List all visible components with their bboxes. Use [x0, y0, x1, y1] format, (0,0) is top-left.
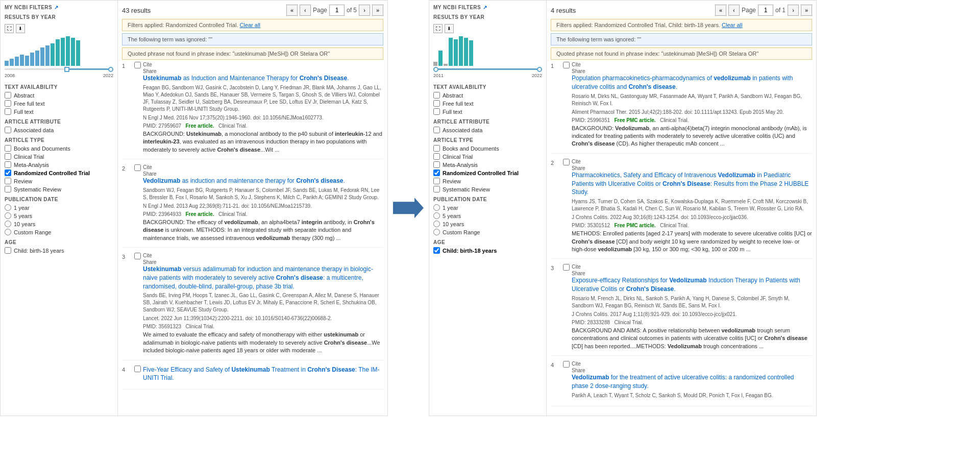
filter-sysreview-right: Systematic Review: [433, 186, 542, 192]
review-checkbox-left[interactable]: [5, 178, 11, 184]
right-slider-right[interactable]: [537, 67, 542, 72]
left-pag-first[interactable]: «: [286, 5, 298, 16]
chart-download-btn[interactable]: ⬇: [16, 24, 25, 33]
arrow-container: [388, 0, 429, 416]
external-link-icon[interactable]: ↗: [54, 5, 59, 10]
abstract-checkbox-left[interactable]: [5, 92, 11, 99]
free-full-checkbox-left[interactable]: [5, 100, 11, 107]
left-cite-2[interactable]: Cite: [143, 164, 152, 170]
left-article-1: 1 Cite Share Ustekinumab as Induction an…: [122, 62, 383, 159]
right-share-3[interactable]: Share: [572, 271, 585, 276]
right-article-3-title[interactable]: Exposure-efficacy Relationships for Vedo…: [572, 276, 812, 294]
right-cite-1[interactable]: Cite: [572, 62, 581, 67]
meta-checkbox-right[interactable]: [433, 161, 440, 168]
left-article-2-title[interactable]: Vedolizumab as induction and maintenance…: [143, 177, 383, 185]
full-checkbox-right[interactable]: [433, 108, 440, 115]
chart-expand-btn-right[interactable]: ⛶: [433, 24, 443, 33]
left-sidebar-title: MY NCBI FILTERS ↗: [5, 5, 113, 10]
sysreview-checkbox-left[interactable]: [5, 186, 11, 192]
filter-5yr-left: 5 years: [5, 212, 113, 219]
10yr-label-right: 10 years: [443, 221, 464, 227]
rct-checkbox-right[interactable]: [433, 170, 440, 176]
rct-checkbox-left[interactable]: [5, 170, 11, 176]
right-share-4[interactable]: Share: [572, 368, 585, 373]
assoc-data-checkbox-left[interactable]: [5, 127, 11, 133]
free-full-checkbox-right[interactable]: [433, 100, 440, 107]
right-cite-3[interactable]: Cite: [572, 264, 581, 270]
clinical-checkbox-right[interactable]: [433, 153, 440, 160]
abstract-checkbox-right[interactable]: [433, 92, 440, 99]
left-share-2[interactable]: Share: [143, 171, 157, 177]
right-chart-year-end: 2022: [532, 73, 542, 78]
left-pag-last[interactable]: »: [372, 5, 383, 16]
left-slider-handle-right[interactable]: [108, 67, 113, 72]
1yr-radio-right[interactable]: [433, 204, 440, 211]
right-page-total: of 1: [775, 7, 786, 14]
direction-arrow: [393, 198, 424, 218]
left-slider-handle[interactable]: [64, 67, 69, 72]
meta-checkbox-left[interactable]: [5, 161, 11, 168]
bar-6: [30, 53, 34, 66]
full-label-right: Full text: [443, 109, 462, 115]
5yr-radio-right[interactable]: [433, 212, 440, 219]
right-page-input[interactable]: [758, 5, 773, 16]
left-article-3-checkbox[interactable]: [134, 253, 141, 259]
full-checkbox-left[interactable]: [5, 108, 11, 115]
custom-radio-right[interactable]: [433, 229, 440, 235]
right-article-3-checkbox[interactable]: [563, 264, 570, 271]
left-clear-all-link[interactable]: Clear all: [240, 22, 260, 28]
child-checkbox-right[interactable]: [433, 247, 440, 254]
right-share-1[interactable]: Share: [572, 68, 585, 74]
right-results-count: 4 results: [551, 7, 576, 14]
10yr-radio-left[interactable]: [5, 221, 11, 227]
left-article-3-title[interactable]: Ustekinumab versus adalimumab for induct…: [143, 265, 383, 290]
right-article-1-title[interactable]: Population pharmacokinetics-pharmacodyna…: [572, 74, 812, 91]
external-link-icon-right[interactable]: ↗: [483, 5, 487, 10]
left-article-4-title[interactable]: Five-Year Efficacy and Safety of Ustekin…: [143, 366, 383, 383]
left-article-4-checkbox[interactable]: [134, 366, 141, 372]
left-page-input[interactable]: [329, 5, 345, 16]
left-share-1[interactable]: Share: [143, 68, 157, 74]
assoc-data-checkbox-right[interactable]: [433, 127, 440, 133]
10yr-radio-right[interactable]: [433, 221, 440, 227]
right-article-2-title[interactable]: Pharmacokinetics, Safety and Efficacy of…: [572, 171, 812, 197]
filter-10yr-right: 10 years: [433, 221, 542, 227]
filter-full-left: Full text: [5, 108, 113, 115]
5yr-radio-left[interactable]: [5, 212, 11, 219]
filter-books-left: Books and Documents: [5, 145, 113, 152]
left-article-1-title[interactable]: Ustekinumab as Induction and Maintenance…: [143, 74, 383, 83]
right-cite-4[interactable]: Cite: [572, 361, 581, 367]
left-article-1-checkbox[interactable]: [134, 62, 141, 68]
left-pag-next[interactable]: ›: [359, 5, 370, 16]
right-clear-all-link[interactable]: Clear all: [722, 22, 742, 28]
custom-radio-left[interactable]: [5, 229, 11, 235]
sysreview-checkbox-right[interactable]: [433, 186, 440, 192]
1yr-radio-left[interactable]: [5, 204, 11, 211]
books-checkbox-left[interactable]: [5, 145, 11, 152]
books-checkbox-right[interactable]: [433, 145, 440, 152]
left-cite-1[interactable]: Cite: [143, 62, 152, 67]
chart-expand-btn[interactable]: ⛶: [5, 24, 14, 33]
right-article-1-checkbox[interactable]: [563, 62, 570, 68]
right-pag-next[interactable]: ›: [788, 5, 799, 16]
right-article-2-checkbox[interactable]: [563, 159, 570, 165]
right-pag-prev[interactable]: ‹: [728, 5, 740, 16]
1yr-label-left: 1 year: [14, 205, 30, 211]
left-share-3[interactable]: Share: [143, 259, 157, 265]
bar-5: [25, 56, 29, 66]
child-checkbox-left[interactable]: [5, 247, 11, 254]
right-pag-last[interactable]: »: [801, 5, 812, 16]
right-cite-2[interactable]: Cite: [572, 159, 581, 164]
left-article-2: 2 Cite Share Vedolizumab as induction an…: [122, 164, 383, 248]
right-share-2[interactable]: Share: [572, 165, 585, 171]
review-checkbox-right[interactable]: [433, 178, 440, 184]
chart-download-btn-right[interactable]: ⬇: [445, 24, 454, 33]
right-article-4-title[interactable]: Vedolizumab for the treatment of active …: [572, 373, 812, 391]
left-article-2-checkbox[interactable]: [134, 164, 141, 171]
left-pag-prev[interactable]: ‹: [300, 5, 311, 16]
right-article-4-checkbox[interactable]: [563, 361, 570, 368]
clinical-checkbox-left[interactable]: [5, 153, 11, 160]
right-slider-left[interactable]: [433, 67, 438, 72]
left-cite-3[interactable]: Cite: [143, 253, 152, 258]
right-pag-first[interactable]: «: [715, 5, 726, 16]
